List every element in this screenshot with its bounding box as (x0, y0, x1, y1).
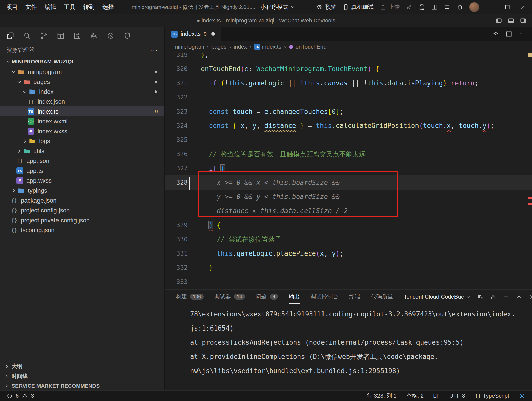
notifications-button[interactable] (457, 4, 463, 10)
tree-item-utils[interactable]: utils (0, 146, 164, 156)
code-line[interactable]: 321 if (!this.gameLogic || !this.canvas … (165, 76, 532, 90)
sync-button[interactable] (419, 4, 425, 10)
tree-item-project-config-json[interactable]: {}project.config.json (0, 205, 164, 215)
tree-item-package-json[interactable]: {}package.json (0, 195, 164, 205)
menu-item-selection[interactable]: 选择 (102, 3, 114, 11)
sidebar-section-[interactable]: 时间线 (0, 371, 164, 381)
panel-tab-[interactable]: 代码质量 (371, 290, 393, 304)
status-language[interactable]: {}TypeScript (475, 393, 509, 399)
code-line[interactable]: 332 } (165, 261, 532, 275)
problems-summary[interactable]: 6 3 (7, 393, 34, 399)
tree-item-index-wxss[interactable]: #index.wxss (0, 126, 164, 136)
tab-modified-dot[interactable] (211, 32, 215, 36)
panel-tab-[interactable]: 调试器14 (214, 290, 245, 304)
sidebar-section-[interactable]: 大纲 (0, 361, 164, 371)
settings-button[interactable] (519, 393, 525, 399)
menu-item-go[interactable]: 转到 (83, 3, 95, 11)
status-eol[interactable]: LF (433, 393, 440, 399)
menu-item-edit[interactable]: 编辑 (45, 3, 56, 11)
code-line[interactable]: 322 (165, 90, 532, 104)
main-menu-button[interactable] (444, 4, 450, 10)
tree-item-miniprogram[interactable]: miniprogram (0, 67, 164, 77)
menu-item-more[interactable]: … (122, 3, 127, 11)
code-editor[interactable]: 319},320onTouchEnd(e: WechatMiniprogram.… (165, 53, 532, 289)
toggle-panel-button[interactable] (508, 17, 514, 24)
tree-item-app-ts[interactable]: TSapp.ts (0, 166, 164, 176)
code-line[interactable]: 326 // 检查位置是否有效，且触摸点距离交叉点不能太远 (165, 147, 532, 161)
code-line[interactable]: 330 // 尝试在该位置落子 (165, 232, 532, 246)
tree-item-tsconfig-json[interactable]: {}tsconfig.json (0, 225, 164, 235)
tree-item-index[interactable]: index (0, 87, 164, 97)
code-line[interactable]: 319}, (165, 53, 532, 62)
output-channel-dropdown[interactable]: Tencent Cloud CodeBuc (404, 294, 470, 300)
explorer-more-actions-icon[interactable]: ··· (150, 47, 158, 54)
panel-tab-[interactable]: 构建106 (176, 290, 204, 304)
breadcrumb-item-ontouchend[interactable]: onTouchEnd (289, 44, 327, 50)
maximize-button[interactable] (504, 4, 511, 10)
token-pun: ; (490, 122, 495, 130)
code-line[interactable]: 329 ) { (165, 218, 532, 232)
sidebar-section-service-market-recommends[interactable]: SERVICE MARKET RECOMMENDS (0, 381, 164, 390)
tree-item-index-wxml[interactable]: <>index.wxml (0, 116, 164, 126)
tree-item-pages[interactable]: pages (0, 77, 164, 87)
code-line[interactable]: 325 (165, 133, 532, 147)
tab-index-ts[interactable]: TS index.ts 9 (165, 27, 221, 41)
editor-layout-button[interactable] (57, 32, 64, 40)
debug-button[interactable] (107, 32, 115, 40)
split-editor-button[interactable] (506, 31, 512, 37)
save-all-button[interactable] (73, 32, 81, 40)
breadcrumb-item-index[interactable]: index (234, 44, 247, 50)
tree-item-miniprogram-wuziqi[interactable]: MINIPROGRAM-WUZIQI (0, 56, 164, 67)
security-button[interactable] (124, 32, 131, 40)
explorer-button[interactable] (7, 32, 14, 40)
menu-item-file[interactable]: 文件 (25, 3, 37, 11)
menu-item-tools[interactable]: 工具 (64, 3, 75, 11)
code-line[interactable]: 331 this.gameLogic.placePiece(x, y); (165, 246, 532, 261)
open-output-editor-button[interactable] (503, 294, 509, 300)
user-avatar[interactable] (469, 2, 479, 12)
source-control-button[interactable] (40, 32, 48, 40)
breadcrumb-item-index-ts[interactable]: TSindex.ts (254, 44, 281, 50)
status-indentation[interactable]: 空格: 2 (406, 392, 423, 400)
panel-tab-[interactable]: 终端 (349, 290, 360, 304)
more-actions-button[interactable] (519, 31, 525, 37)
format-button[interactable] (492, 31, 499, 37)
device-debug-button[interactable]: 真机调试 (343, 3, 374, 11)
clear-output-button[interactable] (477, 294, 483, 300)
toggle-sidebar-right-button[interactable] (520, 17, 526, 24)
status-cursor-position[interactable]: 行 328, 列 1 (367, 392, 396, 400)
breadcrumb-item-pages[interactable]: pages (211, 44, 226, 50)
minimize-button[interactable] (489, 4, 496, 10)
tree-item-app-json[interactable]: {}app.json (0, 156, 164, 166)
tree-item-logs[interactable]: logs (0, 136, 164, 146)
lock-scroll-button[interactable] (490, 294, 496, 300)
output-console[interactable]: 78\extensions\wxext879c541c9193111.codin… (165, 304, 532, 390)
docker-button[interactable] (90, 32, 98, 40)
tree-item-index-json[interactable]: {}index.json (0, 97, 164, 106)
breadcrumb-item-miniprogram[interactable]: miniprogram (173, 44, 204, 50)
tree-item-app-wxss[interactable]: #app.wxss (0, 176, 164, 186)
layout-button[interactable] (431, 4, 438, 10)
link-button[interactable] (406, 4, 412, 10)
menu-item-project[interactable]: 项目 (6, 3, 18, 11)
tree-item-label: app.ts (26, 167, 43, 174)
panel-tab-[interactable]: 输出 (289, 290, 300, 304)
code-line[interactable]: 324 const { x, y, distance } = this.calc… (165, 119, 532, 133)
close-panel-button[interactable] (529, 294, 532, 300)
code-line[interactable]: 333 (165, 275, 532, 289)
toggle-sidebar-left-button[interactable] (496, 17, 502, 24)
preview-button[interactable]: 预览 (316, 3, 336, 11)
panel-tab-[interactable]: 问题9 (256, 290, 278, 304)
panel-tab-[interactable]: 调试控制台 (310, 290, 338, 304)
mode-selector[interactable]: 小程序模式 (260, 3, 295, 11)
search-button[interactable] (23, 32, 31, 40)
close-button[interactable] (519, 4, 526, 10)
tree-item-index-ts[interactable]: TSindex.ts9 (0, 106, 164, 116)
code-line[interactable]: 323 const touch = e.changedTouches[0]; (165, 104, 532, 119)
maximize-panel-button[interactable] (516, 294, 522, 300)
code-line[interactable]: 320onTouchEnd(e: WechatMiniprogram.Touch… (165, 62, 532, 76)
tree-item-project-private-config-json[interactable]: {}project.private.config.json (0, 215, 164, 225)
upload-button[interactable]: 上传 (380, 3, 400, 11)
tree-item-typings[interactable]: typings (0, 186, 164, 195)
status-encoding[interactable]: UTF-8 (449, 393, 465, 399)
